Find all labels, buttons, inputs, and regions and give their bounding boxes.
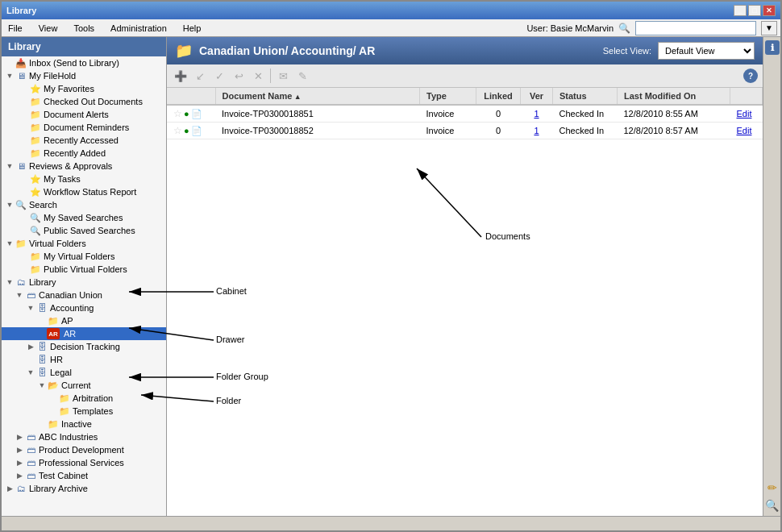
drawer-icon: 🗄 (35, 302, 48, 314)
sidebar-item-virtualfolders[interactable]: ▼ 📁 Virtual Folders (2, 237, 166, 250)
table-row[interactable]: ☆ ● 📄 Invoice-TP0300018852 Invoice 0 1 C… (167, 123, 763, 139)
sidebar-item-canadianunion[interactable]: ▼ 🗃 Canadian Union (2, 289, 166, 301)
sidebar-item-productdevelopment[interactable]: ▶ 🗃 Product Development (2, 443, 166, 456)
expand-icon: ▶ (15, 471, 24, 480)
col-header-check (167, 88, 215, 105)
sidebar-item-mysavedsearches[interactable]: 🔍 My Saved Searches (2, 211, 166, 224)
checkout-button[interactable]: ↙ (191, 67, 209, 85)
edit-toolbar-button[interactable]: ✎ (293, 67, 311, 85)
col-header-type[interactable]: Type (420, 88, 476, 105)
row-icons-cell: ☆ ● 📄 (167, 123, 215, 139)
sidebar-item-libraryarchive[interactable]: ▶ 🗂 Library Archive (2, 482, 166, 495)
doc-icon: 📄 (191, 109, 202, 119)
status-green-icon: ● (184, 126, 189, 135)
sidebar-item-current[interactable]: ▼ 📂 Current (2, 379, 166, 392)
sidebar-item-label: AR (64, 329, 76, 339)
sidebar-item-arbitration[interactable]: 📁 Arbitration (2, 392, 166, 405)
sidebar-item-inactive[interactable]: 📁 Inactive (2, 418, 166, 430)
help-button[interactable]: ? (743, 69, 758, 83)
sidebar-item-mytasks[interactable]: ⭐ My Tasks (2, 172, 166, 185)
info-button[interactable]: ℹ (765, 40, 780, 55)
doc-name-cell[interactable]: Invoice-TP0300018851 (215, 105, 420, 123)
sidebar-item-hr[interactable]: 🗄 HR (2, 353, 166, 366)
sidebar-item-testcabinet[interactable]: ▶ 🗃 Test Cabinet (2, 469, 166, 482)
col-header-ver[interactable]: Ver (521, 88, 553, 105)
edit-link[interactable]: Edit (737, 126, 752, 135)
sidebar-item-myfilehold[interactable]: ▼ 🖥 My FileHold (2, 69, 166, 82)
sidebar-item-documentreminders[interactable]: 📁 Document Reminders (2, 121, 166, 134)
table-row[interactable]: ☆ ● 📄 Invoice-TP0300018851 Invoice 0 1 C… (167, 105, 763, 123)
menu-administration[interactable]: Administration (107, 22, 170, 35)
menu-tools[interactable]: Tools (70, 22, 98, 35)
sidebar-item-documentalerts[interactable]: 📁 Document Alerts (2, 108, 166, 121)
star-icon: ⭐ (29, 83, 42, 94)
minimize-button[interactable]: _ (734, 5, 747, 16)
sidebar-item-label: Reviews & Approvals (29, 161, 112, 171)
window-controls[interactable]: _ □ ✕ (734, 5, 776, 16)
favorite-icon[interactable]: ☆ (173, 108, 182, 119)
sidebar-item-search[interactable]: ▼ 🔍 Search (2, 198, 166, 211)
menu-file[interactable]: File (5, 22, 26, 35)
sidebar-item-label: Templates (73, 406, 113, 416)
sidebar-item-recentlyadded[interactable]: 📁 Recently Added (2, 147, 166, 160)
doc-edit-cell[interactable]: Edit (730, 123, 763, 139)
sidebar-item-myfavorites[interactable]: ⭐ My Favorites (2, 82, 166, 95)
search-input[interactable] (635, 21, 756, 35)
sidebar-item-recentlyaccessed[interactable]: 📁 Recently Accessed (2, 134, 166, 147)
ar-icon: AR (47, 328, 60, 339)
expand-icon: ▼ (5, 277, 15, 287)
sidebar-item-abcindustries[interactable]: ▶ 🗃 ABC Industries (2, 430, 166, 443)
toolbar-separator (270, 69, 271, 83)
content-breadcrumb: Canadian Union/ Accounting/ AR (199, 44, 597, 57)
sidebar-item-legal[interactable]: ▼ 🗄 Legal (2, 366, 166, 379)
menu-view[interactable]: View (35, 22, 61, 35)
favorite-icon[interactable]: ☆ (173, 125, 182, 136)
doc-status-cell: Checked In (553, 105, 618, 123)
search-dropdown-button[interactable]: ▼ (761, 21, 777, 35)
sidebar-item-decisiontracking[interactable]: ▶ 🗄 Decision Tracking (2, 340, 166, 353)
expand-icon: ▼ (26, 303, 35, 313)
sidebar-item-publicvirtualfolders[interactable]: 📁 Public Virtual Folders (2, 263, 166, 276)
close-button[interactable]: ✕ (763, 5, 776, 16)
col-header-status[interactable]: Status (553, 88, 618, 105)
menu-bar-right: User: Basie McMarvin 🔍 ▼ (526, 21, 777, 35)
row-icons-cell: ☆ ● 📄 (167, 105, 215, 123)
sidebar-item-inbox[interactable]: 📥 Inbox (Send to Library) (2, 56, 166, 69)
view-select[interactable]: Default View (658, 42, 755, 60)
email-button[interactable]: ✉ (274, 67, 292, 85)
sidebar-item-workflowstatus[interactable]: ⭐ Workflow Status Report (2, 185, 166, 198)
doc-name-cell[interactable]: Invoice-TP0300018852 (215, 123, 420, 139)
col-header-name[interactable]: Document Name (215, 88, 420, 105)
doc-linked-cell: 0 (476, 123, 521, 139)
folder-icon: 📁 (29, 122, 42, 133)
sidebar-item-checkedout[interactable]: 📁 Checked Out Documents (2, 95, 166, 108)
add-button[interactable]: ➕ (172, 67, 189, 85)
doc-edit-cell[interactable]: Edit (730, 105, 763, 123)
sidebar-item-publicsavedsearches[interactable]: 🔍 Public Saved Searches (2, 224, 166, 237)
folder-icon: 📁 (29, 109, 42, 120)
delete-button[interactable]: ✕ (249, 67, 267, 85)
restore-button[interactable]: □ (748, 5, 761, 16)
toolbar: ➕ ↙ ✓ ↩ ✕ ✉ ✎ ? (167, 64, 763, 88)
sidebar-item-professionalservices[interactable]: ▶ 🗃 Professional Services (2, 456, 166, 469)
sidebar-item-library[interactable]: ▼ 🗂 Library (2, 276, 166, 289)
col-header-modified[interactable]: Last Modified On (618, 88, 730, 105)
sidebar-item-ar[interactable]: AR AR (2, 327, 166, 340)
undo-button[interactable]: ↩ (230, 67, 247, 85)
edit-link[interactable]: Edit (737, 109, 752, 118)
eraser-button[interactable]: ✏ (765, 480, 780, 495)
expand-icon: ▶ (26, 342, 35, 351)
menu-help[interactable]: Help (180, 22, 205, 35)
col-header-linked[interactable]: Linked (476, 88, 521, 105)
sidebar-item-ap[interactable]: 📁 AP (2, 314, 166, 327)
folder-icon: 📁 (15, 238, 27, 249)
sidebar-item-accounting[interactable]: ▼ 🗄 Accounting (2, 301, 166, 314)
sidebar-item-label: Professional Services (39, 458, 124, 468)
search-right-button[interactable]: 🔍 (765, 498, 780, 513)
library-icon: 🗂 (15, 276, 27, 288)
sidebar-item-templates[interactable]: 📁 Templates (2, 405, 166, 418)
sidebar-item-reviews[interactable]: ▼ 🖥 Reviews & Approvals (2, 160, 166, 172)
doc-modified-cell: 12/8/2010 8:55 AM (618, 105, 730, 123)
sidebar-item-myvirtualfolders[interactable]: 📁 My Virtual Folders (2, 250, 166, 263)
checkin-button[interactable]: ✓ (210, 67, 228, 85)
